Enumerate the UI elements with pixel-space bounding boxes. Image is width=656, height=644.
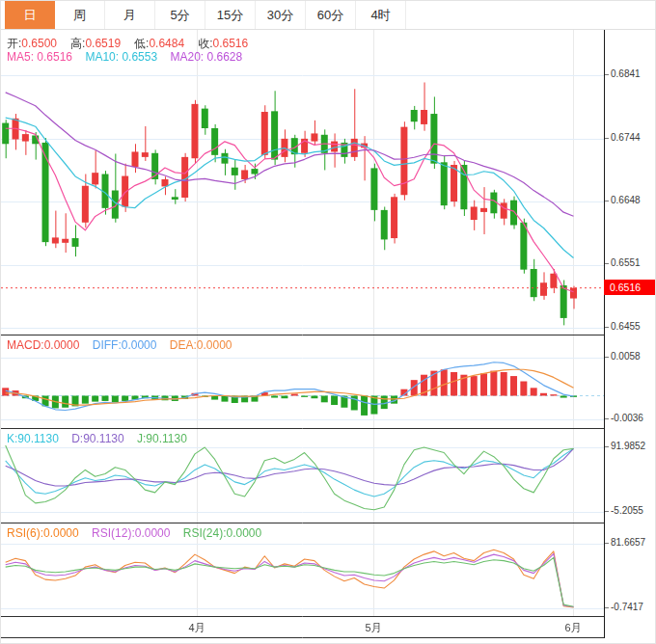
macd-tick-min: -0.0036 [605, 413, 643, 423]
j-value: J:90.1130 [137, 432, 187, 445]
tab-15min[interactable]: 15分 [205, 1, 256, 29]
rsi-legend: RSI(6):0.0000 RSI(12):0.0000 RSI(24):0.0… [7, 526, 271, 540]
ohlc-low-value: 0.6484 [149, 37, 184, 50]
ohlc-close-label: 收: [198, 37, 212, 50]
tab-day[interactable]: 日 [5, 1, 55, 29]
rsi-tick-min: -0.7417 [605, 602, 643, 612]
kdj-legend: K:90.1130 D:90.1130 J:90.1130 [7, 432, 197, 445]
price-tick-5: 0.6455 [605, 321, 641, 332]
tab-60min[interactable]: 60分 [306, 1, 356, 29]
kdj-tick-min: -5.2055 [605, 505, 643, 516]
rsi-tick-max: 81.6657 [605, 537, 645, 548]
ohlc-close-value: 0.6516 [212, 37, 248, 50]
ma20-value: MA20: 0.6628 [170, 50, 242, 64]
macd-legend: MACD:0.0000 DIFF:0.0000 DEA:0.0000 [7, 338, 241, 352]
price-tick-4: 0.6551 [605, 257, 641, 268]
rsi6-value: RSI(6):0.0000 [7, 526, 79, 540]
ohlc-low-label: 低: [134, 37, 149, 50]
tab-week[interactable]: 周 [55, 1, 105, 29]
price-tick-1: 0.6841 [605, 68, 641, 79]
tab-30min[interactable]: 30分 [256, 1, 306, 29]
ohlc-open-value: 0.6500 [21, 37, 57, 50]
ma-legend: MA5: 0.6516 MA10: 0.6553 MA20: 0.6628 [7, 50, 252, 64]
price-tick-2: 0.6744 [605, 132, 641, 143]
ohlc-high-label: 高: [70, 37, 85, 50]
trading-chart-app: 日 周 月 5分 15分 30分 60分 4时 开:0.6500高:0.6519… [0, 0, 656, 644]
tab-5min[interactable]: 5分 [155, 1, 205, 29]
macd-value: MACD:0.0000 [7, 338, 79, 352]
kdj-tick-max: 91.9852 [605, 441, 645, 451]
chart-canvas[interactable] [1, 30, 604, 638]
diff-value: DIFF:0.0000 [93, 338, 157, 352]
rsi12-value: RSI(12):0.0000 [92, 526, 170, 540]
d-value: D:90.1130 [71, 432, 124, 445]
tab-4hour[interactable]: 4时 [356, 1, 406, 29]
ohlc-high-value: 0.6519 [85, 37, 121, 50]
x-label-april: 4月 [188, 621, 205, 635]
tab-month[interactable]: 月 [105, 1, 155, 29]
price-tick-3: 0.6648 [605, 195, 641, 205]
dea-value: DEA:0.0000 [170, 338, 232, 352]
x-label-may: 5月 [365, 621, 381, 635]
x-label-june: 6月 [564, 621, 581, 635]
rsi24-value: RSI(24):0.0000 [183, 526, 261, 540]
period-tabbar: 日 周 月 5分 15分 30分 60分 4时 [1, 1, 656, 30]
current-price-badge: 0.6516 [604, 280, 656, 295]
ohlc-open-label: 开: [7, 37, 21, 50]
k-value: K:90.1130 [7, 432, 59, 445]
y-axis-strip: 0.6841 0.6744 0.6648 0.6551 0.6455 0.005… [604, 30, 656, 638]
ma10-value: MA10: 0.6553 [85, 50, 157, 64]
ma5-value: MA5: 0.6516 [7, 50, 72, 64]
macd-tick-max: 0.0058 [605, 351, 641, 362]
